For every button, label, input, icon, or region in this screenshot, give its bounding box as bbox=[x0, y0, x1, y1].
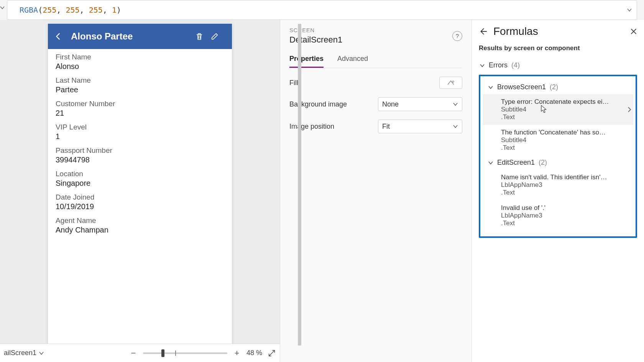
bgimage-select[interactable]: None bbox=[378, 97, 462, 111]
field-block: Last NamePartee bbox=[56, 76, 224, 94]
field-block: LocationSingapore bbox=[56, 170, 224, 188]
canvas-area[interactable]: Alonso Partee First NameAlonsoLast NameP… bbox=[0, 20, 280, 362]
formula-func: RGBA bbox=[20, 5, 38, 15]
error-item[interactable]: The function 'Concatenate' has so…Subtit… bbox=[483, 125, 633, 156]
errors-count: (4) bbox=[511, 61, 520, 69]
field-label: Passport Number bbox=[56, 146, 224, 155]
imgpos-select[interactable]: Fit bbox=[378, 120, 462, 133]
error-control: LblAppName3 bbox=[501, 181, 630, 189]
prop-bgimage-label: Background image bbox=[289, 100, 378, 108]
prop-fill-label: Fill bbox=[289, 79, 439, 87]
scrollbar[interactable] bbox=[298, 24, 301, 346]
chevron-down-icon bbox=[480, 63, 485, 68]
detail-title: Alonso Partee bbox=[66, 31, 195, 42]
zoom-value: 48 % bbox=[246, 349, 262, 357]
zoom-in-button[interactable]: + bbox=[233, 348, 241, 358]
error-item[interactable]: Invalid use of '.'LblAppName3.Text bbox=[483, 200, 633, 231]
help-icon[interactable]: ? bbox=[452, 31, 462, 41]
error-message: The function 'Concatenate' has so… bbox=[501, 129, 630, 136]
field-value: 21 bbox=[56, 109, 224, 118]
formula-results-box: BrowseScreen1(2)Type error: Concatenate … bbox=[479, 75, 637, 238]
chevron-down-icon bbox=[488, 160, 493, 165]
field-value: Partee bbox=[56, 85, 224, 94]
field-value: 39944798 bbox=[56, 156, 224, 164]
zoom-thumb[interactable] bbox=[161, 349, 164, 357]
chevron-down-icon bbox=[488, 85, 493, 90]
field-label: Last Name bbox=[56, 76, 224, 85]
errors-group-toggle[interactable]: Errors (4) bbox=[479, 58, 637, 72]
formulas-title: Formulas bbox=[493, 25, 538, 38]
error-item[interactable]: Type error: Concatenate expects ei…Subti… bbox=[483, 94, 633, 125]
chevron-down-icon bbox=[39, 351, 44, 356]
field-block: VIP Level1 bbox=[56, 123, 224, 141]
bgimage-value: None bbox=[382, 100, 399, 108]
field-block: Passport Number39944798 bbox=[56, 146, 224, 164]
field-block: Agent NameAndy Champan bbox=[56, 216, 224, 234]
detail-header: Alonso Partee bbox=[48, 24, 232, 49]
formula-bar[interactable]: RGBA(255, 255, 255, 1) bbox=[7, 0, 637, 20]
chevron-right-icon bbox=[627, 106, 632, 113]
svg-point-0 bbox=[452, 81, 454, 82]
group-count: (2) bbox=[550, 83, 558, 91]
field-value: 1 bbox=[56, 132, 224, 141]
screen-name: ailScreen1 bbox=[4, 349, 36, 357]
error-item[interactable]: Name isn't valid. This identifier isn'…L… bbox=[483, 170, 633, 200]
screen-group-toggle[interactable]: BrowseScreen1(2) bbox=[483, 80, 633, 94]
error-message: Type error: Concatenate expects ei… bbox=[501, 98, 630, 106]
prop-imgpos-label: Image position bbox=[289, 123, 378, 131]
field-value: 10/19/2019 bbox=[56, 202, 224, 211]
edit-icon[interactable] bbox=[210, 32, 226, 41]
group-label: EditScreen1 bbox=[497, 159, 535, 167]
imgpos-value: Fit bbox=[382, 123, 390, 131]
error-message: Name isn't valid. This identifier isn'… bbox=[501, 174, 630, 181]
props-title: DetailScreen1 bbox=[289, 35, 342, 45]
group-label: BrowseScreen1 bbox=[497, 83, 546, 91]
error-property: .Text bbox=[501, 113, 630, 121]
canvas-status-bar: ailScreen1 − + 48 % bbox=[0, 344, 280, 362]
cursor-icon bbox=[541, 105, 547, 113]
field-block: First NameAlonso bbox=[56, 53, 224, 71]
tab-properties[interactable]: Properties bbox=[289, 52, 324, 68]
properties-panel: SCREEN DetailScreen1 ? Properties Advanc… bbox=[280, 20, 472, 362]
formulas-back-icon[interactable] bbox=[479, 27, 487, 36]
delete-icon[interactable] bbox=[195, 32, 210, 41]
error-message: Invalid use of '.' bbox=[501, 204, 630, 212]
group-count: (2) bbox=[539, 159, 547, 167]
screen-group-toggle[interactable]: EditScreen1(2) bbox=[483, 156, 633, 170]
field-value: Alonso bbox=[56, 62, 224, 71]
tab-advanced[interactable]: Advanced bbox=[337, 52, 368, 68]
field-label: Date Joined bbox=[56, 193, 224, 201]
field-value: Singapore bbox=[56, 179, 224, 188]
zoom-tick bbox=[175, 351, 176, 356]
results-label: Results by screen or component bbox=[479, 44, 637, 52]
error-property: .Text bbox=[501, 144, 630, 152]
chevron-down-icon bbox=[453, 102, 458, 107]
errors-label: Errors bbox=[489, 61, 508, 69]
formula-dropdown-icon[interactable] bbox=[0, 5, 5, 10]
prop-bgimage-row: Background image None bbox=[289, 97, 462, 111]
formulas-panel: Formulas Results by screen or component … bbox=[472, 20, 644, 362]
close-icon[interactable] bbox=[630, 28, 637, 35]
field-label: Customer Number bbox=[56, 100, 224, 108]
prop-fill-row: Fill bbox=[289, 77, 462, 89]
field-block: Date Joined10/19/2019 bbox=[56, 193, 224, 211]
props-kicker: SCREEN bbox=[289, 27, 342, 33]
field-label: VIP Level bbox=[56, 123, 224, 131]
field-label: First Name bbox=[56, 53, 224, 61]
error-control: Subtitle4 bbox=[501, 106, 630, 113]
error-control: LblAppName3 bbox=[501, 212, 630, 219]
formula-text[interactable]: RGBA(255, 255, 255, 1) bbox=[20, 5, 121, 15]
zoom-slider[interactable] bbox=[143, 352, 227, 354]
fullscreen-icon[interactable] bbox=[268, 349, 276, 357]
back-icon[interactable] bbox=[54, 32, 66, 41]
screen-selector[interactable]: ailScreen1 bbox=[4, 349, 44, 357]
zoom-out-button[interactable]: − bbox=[129, 348, 138, 358]
field-block: Customer Number21 bbox=[56, 100, 224, 118]
device-preview[interactable]: Alonso Partee First NameAlonsoLast NameP… bbox=[48, 24, 232, 351]
formula-expand-icon[interactable] bbox=[627, 7, 632, 13]
error-property: .Text bbox=[501, 219, 630, 227]
field-value: Andy Champan bbox=[56, 226, 224, 234]
error-property: .Text bbox=[501, 189, 630, 197]
field-label: Agent Name bbox=[56, 216, 224, 225]
fill-color-picker[interactable] bbox=[439, 77, 462, 89]
